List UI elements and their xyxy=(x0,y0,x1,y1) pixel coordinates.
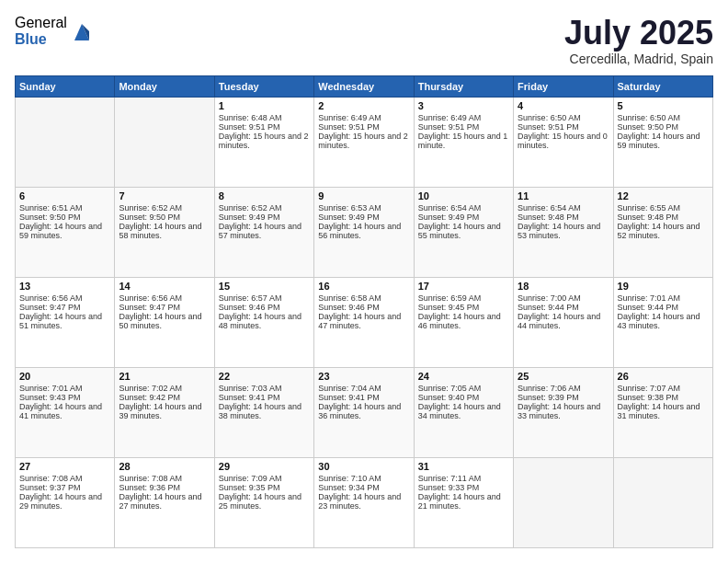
daylight-hours: Daylight: 14 hours and 46 minutes. xyxy=(418,312,501,330)
day-number: 16 xyxy=(318,281,409,292)
calendar-day: 14Sunrise: 6:56 AMSunset: 9:47 PMDayligh… xyxy=(115,277,214,367)
day-number: 14 xyxy=(119,281,210,292)
day-number: 3 xyxy=(418,100,509,111)
day-number: 9 xyxy=(318,190,409,201)
sunrise-time: Sunrise: 7:08 AM xyxy=(119,474,182,483)
header: General Blue July 2025 Cercedilla, Madri… xyxy=(15,15,713,66)
day-number: 12 xyxy=(618,190,709,201)
daylight-hours: Daylight: 14 hours and 43 minutes. xyxy=(618,312,700,330)
calendar-day: 15Sunrise: 6:57 AMSunset: 9:46 PMDayligh… xyxy=(214,277,313,367)
sunset-time: Sunset: 9:44 PM xyxy=(618,303,679,312)
calendar-day: 4Sunrise: 6:50 AMSunset: 9:51 PMDaylight… xyxy=(514,97,613,187)
day-number: 15 xyxy=(219,281,310,292)
daylight-hours: Daylight: 14 hours and 25 minutes. xyxy=(219,492,301,511)
col-friday: Friday xyxy=(514,75,613,97)
daylight-hours: Daylight: 14 hours and 23 minutes. xyxy=(318,492,401,511)
day-number: 24 xyxy=(418,371,509,382)
calendar-day: 12Sunrise: 6:55 AMSunset: 9:48 PMDayligh… xyxy=(613,187,712,277)
daylight-hours: Daylight: 14 hours and 38 minutes. xyxy=(219,402,301,420)
daylight-hours: Daylight: 14 hours and 44 minutes. xyxy=(518,312,600,330)
day-number: 26 xyxy=(618,371,709,382)
day-number: 11 xyxy=(518,190,609,201)
daylight-hours: Daylight: 14 hours and 58 minutes. xyxy=(119,222,201,240)
sunrise-time: Sunrise: 7:08 AM xyxy=(19,474,83,483)
daylight-hours: Daylight: 14 hours and 53 minutes. xyxy=(518,222,600,240)
day-number: 5 xyxy=(618,100,709,111)
day-number: 18 xyxy=(518,281,609,292)
header-row: Sunday Monday Tuesday Wednesday Thursday… xyxy=(16,75,713,97)
calendar-day: 13Sunrise: 6:56 AMSunset: 9:47 PMDayligh… xyxy=(16,277,115,367)
calendar-day: 28Sunrise: 7:08 AMSunset: 9:36 PMDayligh… xyxy=(115,457,214,547)
calendar-day: 18Sunrise: 7:00 AMSunset: 9:44 PMDayligh… xyxy=(514,277,613,367)
calendar-day xyxy=(613,457,712,547)
col-wednesday: Wednesday xyxy=(314,75,414,97)
daylight-hours: Daylight: 14 hours and 36 minutes. xyxy=(318,402,401,420)
location-subtitle: Cercedilla, Madrid, Spain xyxy=(564,52,713,66)
day-number: 2 xyxy=(318,100,409,111)
sunset-time: Sunset: 9:42 PM xyxy=(119,393,180,402)
calendar-day: 30Sunrise: 7:10 AMSunset: 9:34 PMDayligh… xyxy=(314,457,414,547)
calendar-week-2: 6Sunrise: 6:51 AMSunset: 9:50 PMDaylight… xyxy=(16,187,713,277)
day-number: 13 xyxy=(19,281,110,292)
sunset-time: Sunset: 9:40 PM xyxy=(418,393,480,402)
sunrise-time: Sunrise: 7:01 AM xyxy=(19,384,83,393)
calendar-day: 25Sunrise: 7:06 AMSunset: 9:39 PMDayligh… xyxy=(514,367,613,457)
sunset-time: Sunset: 9:49 PM xyxy=(418,213,480,222)
daylight-hours: Daylight: 14 hours and 50 minutes. xyxy=(119,312,201,330)
daylight-hours: Daylight: 14 hours and 56 minutes. xyxy=(318,222,401,240)
day-number: 25 xyxy=(518,371,609,382)
calendar-day: 7Sunrise: 6:52 AMSunset: 9:50 PMDaylight… xyxy=(115,187,214,277)
month-title: July 2025 xyxy=(564,15,713,52)
sunset-time: Sunset: 9:51 PM xyxy=(318,122,380,132)
sunrise-time: Sunrise: 7:05 AM xyxy=(418,384,482,393)
calendar-day xyxy=(16,97,115,187)
logo: General Blue xyxy=(15,15,91,47)
calendar-table: Sunday Monday Tuesday Wednesday Thursday… xyxy=(15,75,713,548)
daylight-hours: Daylight: 14 hours and 48 minutes. xyxy=(219,312,301,330)
sunset-time: Sunset: 9:41 PM xyxy=(318,393,380,402)
sunrise-time: Sunrise: 6:52 AM xyxy=(219,203,282,213)
sunrise-time: Sunrise: 6:53 AM xyxy=(318,203,381,213)
sunset-time: Sunset: 9:34 PM xyxy=(318,483,380,492)
sunrise-time: Sunrise: 7:00 AM xyxy=(518,293,581,303)
sunrise-time: Sunrise: 6:49 AM xyxy=(418,113,482,122)
calendar-day: 5Sunrise: 6:50 AMSunset: 9:50 PMDaylight… xyxy=(613,97,712,187)
col-monday: Monday xyxy=(115,75,214,97)
logo-text: General Blue xyxy=(15,15,67,47)
day-number: 21 xyxy=(119,371,210,382)
sunrise-time: Sunrise: 7:02 AM xyxy=(119,384,182,393)
calendar-day: 10Sunrise: 6:54 AMSunset: 9:49 PMDayligh… xyxy=(414,187,513,277)
sunrise-time: Sunrise: 6:58 AM xyxy=(318,293,381,303)
sunset-time: Sunset: 9:49 PM xyxy=(219,213,280,222)
sunrise-time: Sunrise: 7:11 AM xyxy=(418,474,482,483)
sunset-time: Sunset: 9:46 PM xyxy=(219,303,280,312)
sunrise-time: Sunrise: 6:48 AM xyxy=(219,113,282,122)
daylight-hours: Daylight: 15 hours and 0 minutes. xyxy=(518,132,608,150)
daylight-hours: Daylight: 15 hours and 1 minute. xyxy=(418,132,508,150)
sunset-time: Sunset: 9:44 PM xyxy=(518,303,579,312)
logo-general: General xyxy=(15,15,67,31)
calendar-day: 19Sunrise: 7:01 AMSunset: 9:44 PMDayligh… xyxy=(613,277,712,367)
daylight-hours: Daylight: 14 hours and 55 minutes. xyxy=(418,222,501,240)
sunrise-time: Sunrise: 6:49 AM xyxy=(318,113,381,122)
calendar-day: 20Sunrise: 7:01 AMSunset: 9:43 PMDayligh… xyxy=(16,367,115,457)
calendar-week-5: 27Sunrise: 7:08 AMSunset: 9:37 PMDayligh… xyxy=(16,457,713,547)
sunset-time: Sunset: 9:43 PM xyxy=(19,393,81,402)
calendar-day: 31Sunrise: 7:11 AMSunset: 9:33 PMDayligh… xyxy=(414,457,513,547)
calendar-week-1: 1Sunrise: 6:48 AMSunset: 9:51 PMDaylight… xyxy=(16,97,713,187)
calendar-day: 11Sunrise: 6:54 AMSunset: 9:48 PMDayligh… xyxy=(514,187,613,277)
daylight-hours: Daylight: 15 hours and 2 minutes. xyxy=(219,132,309,150)
day-number: 20 xyxy=(19,371,110,382)
day-number: 22 xyxy=(219,371,310,382)
sunrise-time: Sunrise: 7:10 AM xyxy=(318,474,381,483)
sunset-time: Sunset: 9:35 PM xyxy=(219,483,280,492)
sunrise-time: Sunrise: 6:57 AM xyxy=(219,293,282,303)
sunrise-time: Sunrise: 6:59 AM xyxy=(418,293,482,303)
sunrise-time: Sunrise: 7:04 AM xyxy=(318,384,381,393)
calendar-day xyxy=(514,457,613,547)
day-number: 19 xyxy=(618,281,709,292)
sunrise-time: Sunrise: 7:01 AM xyxy=(618,293,681,303)
day-number: 28 xyxy=(119,461,210,472)
calendar-day: 27Sunrise: 7:08 AMSunset: 9:37 PMDayligh… xyxy=(16,457,115,547)
sunset-time: Sunset: 9:37 PM xyxy=(19,483,81,492)
